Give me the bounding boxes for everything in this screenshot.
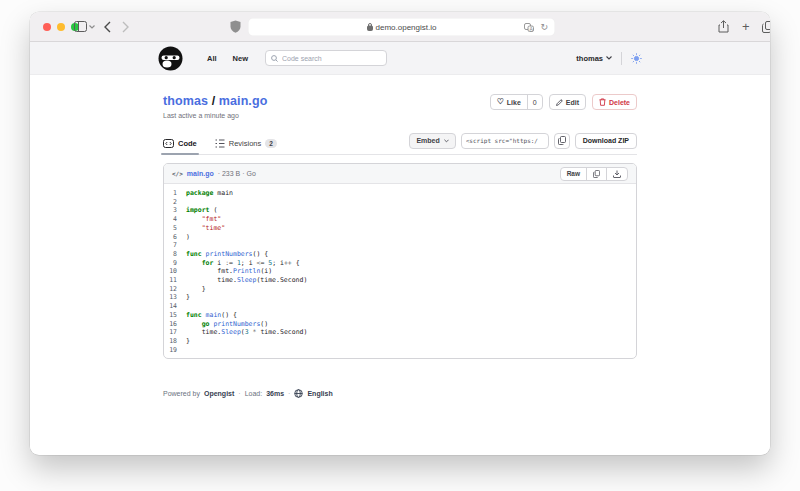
code-line: 6) bbox=[164, 233, 636, 242]
page-title: thomas / main.go bbox=[163, 94, 267, 108]
line-number[interactable]: 10 bbox=[164, 267, 186, 276]
line-number[interactable]: 6 bbox=[164, 233, 186, 242]
line-number[interactable]: 17 bbox=[164, 328, 186, 337]
site-header: All New thomas bbox=[30, 42, 770, 75]
user-menu[interactable]: thomas bbox=[576, 54, 612, 63]
lock-icon bbox=[367, 23, 373, 31]
address-bar[interactable]: demo.opengist.io A ↻ bbox=[248, 18, 555, 36]
line-number[interactable]: 16 bbox=[164, 320, 186, 329]
code-line: 5 "time" bbox=[164, 224, 636, 233]
code-line: 17 time.Sleep(3 * time.Second) bbox=[164, 328, 636, 337]
tab-overview-icon[interactable] bbox=[762, 21, 770, 33]
line-number[interactable]: 18 bbox=[164, 337, 186, 346]
search-input[interactable] bbox=[282, 55, 381, 62]
header-divider bbox=[621, 52, 622, 65]
user-name: thomas bbox=[576, 54, 603, 63]
code-line: 7 bbox=[164, 241, 636, 250]
line-number[interactable]: 3 bbox=[164, 206, 186, 215]
line-number[interactable]: 4 bbox=[164, 215, 186, 224]
code-line: 18} bbox=[164, 337, 636, 346]
browser-toolbar: demo.opengist.io A ↻ + bbox=[30, 12, 770, 42]
share-icon[interactable] bbox=[718, 20, 729, 33]
line-number[interactable]: 5 bbox=[164, 224, 186, 233]
close-window-button[interactable] bbox=[43, 23, 51, 31]
tab-code[interactable]: Code bbox=[163, 132, 197, 154]
tab-revisions[interactable]: Revisions 2 bbox=[215, 132, 277, 154]
copy-file-button[interactable] bbox=[586, 168, 606, 180]
privacy-shield-icon[interactable] bbox=[230, 20, 241, 33]
code-text: for i := 1; i <= 5; i++ { bbox=[186, 259, 300, 268]
heart-icon: ♡ bbox=[497, 98, 504, 106]
line-number[interactable]: 1 bbox=[164, 189, 186, 198]
nav-new-link[interactable]: New bbox=[233, 54, 248, 63]
line-number[interactable]: 12 bbox=[164, 285, 186, 294]
code-icon bbox=[163, 139, 174, 148]
line-number[interactable]: 15 bbox=[164, 311, 186, 320]
like-count[interactable]: 0 bbox=[527, 95, 542, 109]
code-line: 12 } bbox=[164, 285, 636, 294]
line-number[interactable]: 11 bbox=[164, 276, 186, 285]
new-tab-icon[interactable]: + bbox=[742, 19, 750, 34]
tab-bar: Code Revisions 2 Embed Downloa bbox=[163, 132, 637, 155]
code-line: 9 for i := 1; i <= 5; i++ { bbox=[164, 259, 636, 268]
globe-icon bbox=[294, 389, 303, 398]
code-text: "fmt" bbox=[186, 215, 221, 224]
code-text: go printNumbers() bbox=[186, 320, 268, 329]
opengist-logo-icon[interactable] bbox=[158, 46, 183, 71]
search-icon bbox=[271, 55, 278, 62]
chevron-down-icon[interactable] bbox=[89, 25, 95, 29]
copy-icon bbox=[558, 136, 566, 145]
code-text: import ( bbox=[186, 206, 217, 215]
revisions-count-badge: 2 bbox=[265, 139, 277, 148]
trash-icon bbox=[599, 98, 606, 106]
code-text: func printNumbers() { bbox=[186, 250, 268, 259]
code-search-box[interactable] bbox=[265, 50, 387, 66]
download-zip-button[interactable]: Download ZIP bbox=[575, 133, 637, 149]
chevron-down-icon bbox=[444, 139, 449, 143]
code-line: 3import ( bbox=[164, 206, 636, 215]
raw-button[interactable]: Raw bbox=[561, 168, 586, 180]
edit-button[interactable]: Edit bbox=[549, 94, 586, 110]
owner-link[interactable]: thomas bbox=[163, 94, 208, 108]
code-line: 10 fmt.Println(i) bbox=[164, 267, 636, 276]
line-number[interactable]: 13 bbox=[164, 293, 186, 302]
delete-button[interactable]: Delete bbox=[592, 94, 637, 110]
file-buttons: Raw bbox=[560, 167, 628, 181]
pencil-icon bbox=[556, 99, 563, 106]
download-file-button[interactable] bbox=[606, 168, 627, 180]
gist-link[interactable]: main.go bbox=[219, 94, 268, 108]
theme-toggle-sun-icon[interactable] bbox=[631, 53, 642, 64]
code-line: 2 bbox=[164, 198, 636, 207]
code-text: "time" bbox=[186, 224, 225, 233]
copy-embed-button[interactable] bbox=[554, 133, 570, 149]
file-card: </> main.go · 233 B · Go Raw 1package ma… bbox=[163, 163, 637, 359]
nav-all-link[interactable]: All bbox=[207, 54, 217, 63]
last-active-text: Last active a minute ago bbox=[163, 112, 267, 119]
embed-controls: Embed Download ZIP bbox=[409, 133, 637, 149]
back-button[interactable] bbox=[104, 21, 111, 33]
reload-icon[interactable]: ↻ bbox=[540, 23, 548, 32]
file-name-link[interactable]: main.go bbox=[187, 170, 214, 177]
embed-snippet-input[interactable] bbox=[461, 133, 549, 149]
like-button[interactable]: ♡ Like bbox=[491, 95, 527, 109]
code-lines: 1package main2 3import (4 "fmt"5 "time"6… bbox=[164, 184, 636, 358]
line-number[interactable]: 2 bbox=[164, 198, 186, 207]
line-number[interactable]: 8 bbox=[164, 250, 186, 259]
opengist-footer-link[interactable]: Opengist bbox=[204, 390, 234, 397]
language-selector[interactable]: English bbox=[307, 390, 332, 397]
line-number[interactable]: 9 bbox=[164, 259, 186, 268]
code-line: 8func printNumbers() { bbox=[164, 250, 636, 259]
sidebar-icon[interactable] bbox=[74, 21, 87, 32]
embed-dropdown-button[interactable]: Embed bbox=[409, 133, 455, 149]
minimize-window-button[interactable] bbox=[57, 23, 65, 31]
translate-icon[interactable]: A bbox=[524, 23, 534, 32]
code-text bbox=[186, 198, 190, 207]
gist-title-block: thomas / main.go Last active a minute ag… bbox=[163, 94, 267, 119]
line-number[interactable]: 19 bbox=[164, 346, 186, 355]
forward-button[interactable] bbox=[122, 21, 129, 33]
line-number[interactable]: 14 bbox=[164, 302, 186, 311]
code-text: time.Sleep(time.Second) bbox=[186, 276, 307, 285]
code-text: } bbox=[186, 285, 206, 294]
code-text: } bbox=[186, 337, 190, 346]
line-number[interactable]: 7 bbox=[164, 241, 186, 250]
